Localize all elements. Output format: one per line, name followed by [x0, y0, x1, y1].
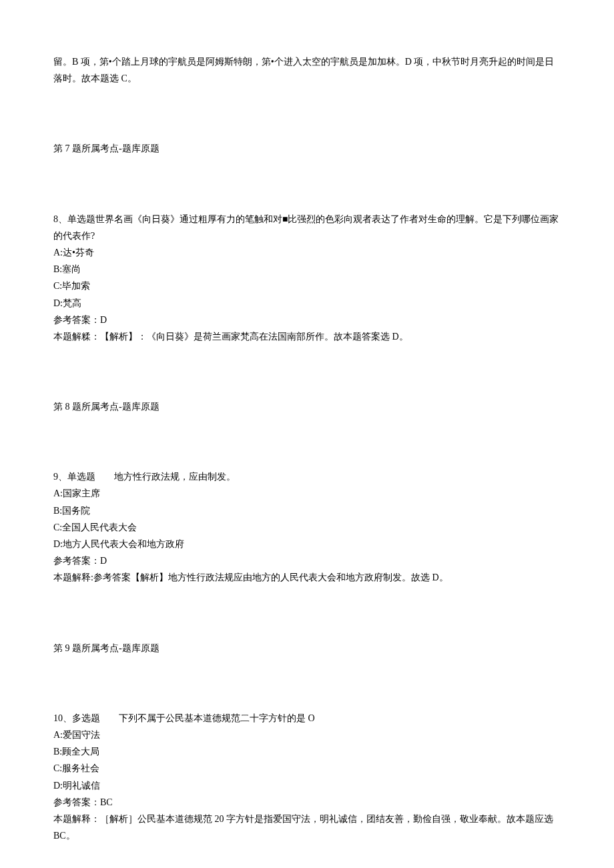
q8-option-a: A:达•芬奇 — [53, 244, 561, 261]
q9-stem: 9、单选题地方性行政法规，应由制发。 — [53, 468, 561, 485]
section-8-heading-block: 第 8 题所属考点-题库原题 — [53, 398, 561, 415]
q10-option-c: C:服务社会 — [53, 760, 561, 777]
section-8-heading: 第 8 题所属考点-题库原题 — [53, 398, 561, 415]
q10-explain: 本题解释：［解析］公民基本道德规范 20 字方针是指爱国守法，明礼诚信，团结友善… — [53, 811, 561, 844]
q8-option-b: B:塞尚 — [53, 261, 561, 278]
q9-option-c: C:全国人民代表大会 — [53, 519, 561, 536]
q10-option-b: B:顾全大局 — [53, 743, 561, 760]
q8-option-d: D:梵高 — [53, 295, 561, 312]
section-7-heading: 第 7 题所属考点-题库原题 — [53, 140, 561, 157]
section-9-heading-block: 第 9 题所属考点-题库原题 — [53, 640, 561, 657]
question-10: 10、多选题下列不属于公民基本道德规范二十字方针的是 O A:爱国守法 B:顾全… — [53, 710, 561, 845]
question-9: 9、单选题地方性行政法规，应由制发。 A:国家主席 B:国务院 C:全国人民代表… — [53, 468, 561, 586]
document-page: 留。B 项，第•个踏上月球的宇航员是阿姆斯特朗，第•个进入太空的宇航员是加加林。… — [0, 0, 614, 868]
q10-option-d: D:明礼诚信 — [53, 777, 561, 794]
q10-stem: 10、多选题下列不属于公民基本道德规范二十字方针的是 O — [53, 710, 561, 727]
fragment-text: 留。B 项，第•个踏上月球的宇航员是阿姆斯特朗，第•个进入太空的宇航员是加加林。… — [53, 53, 561, 87]
q9-answer: 参考答案：D — [53, 552, 561, 569]
q9-explain: 本题解释:参考答案【解析】地方性行政法规应由地方的人民代表大会和地方政府制发。故… — [53, 569, 561, 586]
q8-explain: 本题解糅：【解析】：《向日葵》是荷兰画家梵高在法国南部所作。故本题答案选 D。 — [53, 328, 561, 345]
q9-option-d: D:地方人民代表大会和地方政府 — [53, 536, 561, 552]
q9-option-b: B:国务院 — [53, 502, 561, 519]
question-8: 8、单选题世界名画《向日葵》通过粗厚有力的笔触和对■比强烈的色彩向观者表达了作者… — [53, 211, 561, 346]
q10-stem-prefix: 10、多选题 — [53, 713, 100, 723]
section-9-heading: 第 9 题所属考点-题库原题 — [53, 640, 561, 657]
q10-option-a: A:爱国守法 — [53, 727, 561, 743]
q9-option-a: A:国家主席 — [53, 485, 561, 502]
q9-stem-text: 地方性行政法规，应由制发。 — [114, 472, 236, 482]
q9-stem-prefix: 9、单选题 — [53, 472, 95, 482]
section-7-heading-block: 第 7 题所属考点-题库原题 — [53, 140, 561, 157]
q8-stem: 8、单选题世界名画《向日葵》通过粗厚有力的笔触和对■比强烈的色彩向观者表达了作者… — [53, 211, 561, 244]
fragment-top: 留。B 项，第•个踏上月球的宇航员是阿姆斯特朗，第•个进入太空的宇航员是加加林。… — [53, 53, 561, 87]
q8-option-c: C:毕加索 — [53, 278, 561, 294]
q8-answer: 参考答案：D — [53, 312, 561, 328]
q10-stem-text: 下列不属于公民基本道德规范二十字方针的是 O — [119, 713, 315, 723]
q10-answer: 参考答案：BC — [53, 794, 561, 811]
